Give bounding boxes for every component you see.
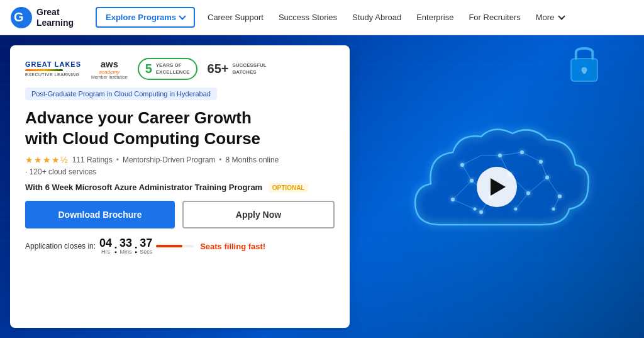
partner-badges: GREAT LAKES EXECUTIVE LEARNING aws acade… (25, 58, 335, 80)
great-lakes-line (25, 69, 63, 71)
nav-career-support[interactable]: Career Support (208, 13, 264, 22)
azure-text: With 6 Week Microsoft Azure Administrato… (25, 183, 262, 192)
successful-batches-badge: 65+ SUCCESSFUL BATCHES (208, 62, 267, 76)
cloud-services-label: · 120+ cloud services (25, 167, 96, 176)
minutes-unit: 33 Mins (119, 237, 132, 255)
logo-text: Great Learning (36, 7, 74, 28)
svg-text:G: G (14, 10, 24, 24)
apply-now-button[interactable]: Apply Now (182, 201, 335, 228)
hero-card: GREAT LAKES EXECUTIVE LEARNING aws acade… (10, 45, 350, 328)
logo[interactable]: G Great Learning (10, 6, 86, 29)
azure-training-row: With 6 Week Microsoft Azure Administrato… (25, 183, 335, 192)
seats-filling-text: Seats filling fast! (200, 242, 265, 251)
great-lakes-badge: GREAT LAKES EXECUTIVE LEARNING (25, 61, 81, 77)
countdown-row: Application closes in: 04 Hrs : 33 Mins … (25, 237, 335, 255)
seats-bar (156, 245, 194, 247)
explore-programs-button[interactable]: Explore Programs (96, 7, 195, 28)
star-rating: ★★★★½ (25, 155, 69, 165)
great-learning-logo-icon: G (10, 6, 33, 29)
chevron-down-icon (179, 13, 186, 20)
cloud-services-row: · 120+ cloud services (25, 167, 335, 176)
hero-visual (350, 35, 644, 338)
duration-label: 8 Months online (226, 155, 279, 164)
cta-buttons: Download Brochure Apply Now (25, 201, 335, 228)
play-triangle-icon (491, 178, 506, 196)
colon-2: : (133, 244, 138, 255)
hero-section: GREAT LAKES EXECUTIVE LEARNING aws acade… (0, 35, 644, 338)
mentorship-label: Mentorship-Driven Program (123, 155, 215, 164)
navbar: G Great Learning Explore Programs Career… (0, 0, 644, 35)
nav-success-stories[interactable]: Success Stories (279, 13, 337, 22)
nav-study-abroad[interactable]: Study Abroad (352, 13, 401, 22)
nav-enterprise[interactable]: Enterprise (416, 13, 453, 22)
colon-1: : (113, 244, 118, 255)
nav-more-button[interactable]: More (536, 13, 565, 22)
download-brochure-button[interactable]: Download Brochure (25, 201, 175, 228)
hero-title: Advance your Career Growth with Cloud Co… (25, 108, 335, 149)
lock-icon (562, 42, 606, 86)
cloud-visualization (390, 105, 604, 269)
chevron-more-icon (558, 13, 565, 20)
optional-badge: OPTIONAL (269, 183, 309, 193)
svg-rect-4 (583, 70, 586, 74)
play-button[interactable] (477, 167, 517, 207)
nav-for-recruiters[interactable]: For Recruiters (469, 13, 520, 22)
rating-row: ★★★★½ 111 Ratings • Mentorship-Driven Pr… (25, 155, 335, 165)
program-tag: Post-Graduate Program in Cloud Computing… (25, 87, 217, 100)
aws-badge: aws academy Member Institution (91, 59, 128, 79)
hours-unit: 04 Hrs (99, 237, 112, 255)
years-excellence-badge: 5 YEARS OF EXCELLENCE (138, 58, 197, 80)
seconds-unit: 37 Secs (140, 237, 152, 255)
rating-count: 111 Ratings (72, 155, 113, 164)
dot-separator-1: • (116, 155, 119, 164)
nav-links: Career Support Success Stories Study Abr… (208, 13, 634, 22)
dot-separator-2: • (219, 155, 221, 164)
countdown-timer: 04 Hrs : 33 Mins : 37 Secs (99, 237, 152, 255)
countdown-prefix: Application closes in: (25, 242, 96, 251)
